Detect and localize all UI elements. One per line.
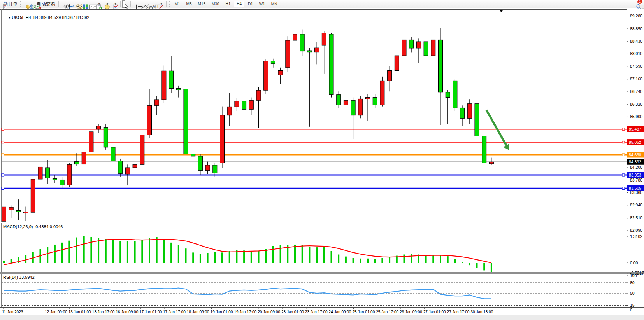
candle-bullish: [162, 65, 166, 103]
time-tick-label: 19 Jan 17:00: [234, 310, 256, 314]
candle-bearish: [475, 102, 479, 157]
timeframe-button-W1[interactable]: W1: [256, 1, 268, 7]
macd-histogram-bar: [338, 255, 339, 263]
toolbar-handle: [169, 1, 171, 7]
macd-histogram-bar: [302, 245, 303, 263]
macd-histogram-bar: [163, 239, 165, 263]
level-line-handle: [622, 174, 625, 176]
cursor-button[interactable]: [122, 0, 125, 8]
candle-bullish: [366, 94, 370, 121]
macd-histogram-bar: [3, 261, 5, 263]
candle-bullish: [2, 205, 6, 222]
timeframe-button-D1[interactable]: D1: [245, 1, 256, 7]
candle-bearish: [329, 33, 333, 98]
price-tick-label: 84.200: [630, 165, 642, 170]
candle-bullish: [264, 59, 268, 94]
price-pane[interactable]: [0, 9, 627, 222]
candle-bullish: [154, 96, 159, 115]
candle-bullish: [278, 68, 283, 84]
macd-histogram-bar: [462, 262, 463, 263]
rsi-pane[interactable]: [0, 274, 627, 307]
candle-bearish: [424, 39, 428, 60]
macd-histogram-bar: [134, 241, 136, 263]
macd-histogram-bar: [404, 255, 405, 263]
chat-button[interactable]: 1: [638, 0, 641, 8]
candle-bullish: [431, 38, 435, 59]
price-badge-label: 83.505: [629, 186, 641, 191]
macd-histogram-bar: [61, 243, 63, 263]
timeframe-button-H4[interactable]: H4: [234, 1, 244, 7]
metatrader-window: { "toolbar": { "new_order_label": "新订单",…: [0, 0, 644, 320]
time-tick-label: 13 Jan 17:00: [92, 310, 115, 314]
price-badge-label: 85.052: [629, 140, 641, 145]
candle-bearish: [242, 96, 246, 120]
price-badge-label: 84.630: [629, 152, 641, 157]
macd-histogram-bar: [185, 248, 187, 263]
bar-chart-button[interactable]: [60, 0, 63, 8]
timeframe-button-H1[interactable]: H1: [223, 1, 233, 7]
macd-histogram-bar: [98, 238, 99, 263]
candle-bullish: [395, 51, 399, 75]
time-tick-label: 27 Jan 17:00: [447, 310, 470, 314]
macd-histogram-bar: [11, 259, 12, 263]
new-order-button[interactable]: 新订单: [1, 0, 19, 8]
toolbar: 新订单 自动交易 ▼ ▼ ▼ E F A T ▼ M1M5M15M30H1H4D…: [0, 0, 644, 8]
macd-axis-label: 0.00: [630, 261, 638, 265]
timeframe-button-M1[interactable]: M1: [172, 1, 183, 7]
candle-bearish: [446, 90, 450, 124]
candle-bullish: [344, 96, 348, 117]
candle-bearish: [118, 159, 123, 177]
macd-histogram-bar: [90, 237, 92, 263]
macd-histogram-bar: [454, 259, 456, 263]
macd-histogram-bar: [272, 246, 274, 263]
time-tick-label: 17 Jan 17:00: [163, 310, 186, 314]
price-tick-label: 86.740: [630, 89, 642, 94]
macd-histogram-bar: [243, 250, 245, 263]
rsi-axis-label: 80: [630, 280, 635, 285]
level-line-handle: [2, 128, 4, 130]
level-line-handle: [2, 187, 4, 189]
timeframe-button-MN[interactable]: MN: [268, 1, 280, 7]
time-tick-label: 20 Jan 09:00: [258, 310, 280, 314]
timeframe-button-M15[interactable]: M15: [195, 1, 208, 7]
candle-bullish: [489, 158, 493, 165]
timeframe-button-M30[interactable]: M30: [209, 1, 222, 7]
autotrading-button[interactable]: 自动交易: [34, 0, 57, 8]
indicators-button[interactable]: ▼: [111, 0, 119, 8]
time-tick-label: 19 Jan 01:00: [211, 310, 233, 314]
macd-pane[interactable]: [0, 223, 627, 272]
timeframe-button-M5[interactable]: M5: [184, 1, 195, 7]
macd-histogram-bar: [141, 240, 143, 263]
time-tick-label: 24 Jan 09:00: [329, 310, 351, 314]
time-tick-label: 18 Jan 09:00: [187, 310, 209, 314]
level-line-handle: [622, 154, 625, 156]
price-tick-label: 82.090: [630, 228, 642, 233]
macd-histogram-bar: [432, 255, 434, 263]
price-tick-label: 86.320: [630, 102, 642, 107]
candle-bullish: [9, 205, 13, 217]
candle-bullish: [97, 124, 101, 133]
notification-badge: 1: [637, 0, 643, 4]
rsi-axis-label: 50: [630, 291, 635, 296]
macd-histogram-bar: [483, 263, 485, 270]
macd-histogram-bar: [214, 252, 216, 263]
price-badge-label: 84.392: [629, 159, 641, 164]
macd-histogram-bar: [323, 247, 325, 263]
chart-window[interactable]: ▼ UKOil-,H4 84.369 84.529 84.367 84.392 …: [0, 9, 644, 320]
candle-bullish: [147, 89, 152, 138]
time-tick-label: 17 Jan 01:00: [139, 310, 162, 314]
time-tick-label: 27 Jan 01:00: [423, 310, 446, 314]
period-button[interactable]: ▼: [103, 0, 111, 8]
price-badge-label: 83.953: [629, 173, 641, 177]
macd-histogram-bar: [68, 241, 70, 263]
status-strip: [0, 315, 644, 320]
metaquotes-button[interactable]: [23, 0, 26, 8]
price-tick-label: 88.850: [630, 26, 642, 31]
price-badge-label: 85.487: [629, 127, 641, 131]
macd-histogram-bar: [476, 263, 478, 268]
macd-histogram-bar: [353, 258, 354, 263]
price-axis[interactable]: 89.28088.85088.43088.01087.59087.16086.7…: [627, 9, 644, 315]
level-line-handle: [2, 141, 4, 143]
price-tick-label: 88.430: [630, 39, 642, 44]
macd-axis-label: 1.3102: [630, 234, 642, 239]
